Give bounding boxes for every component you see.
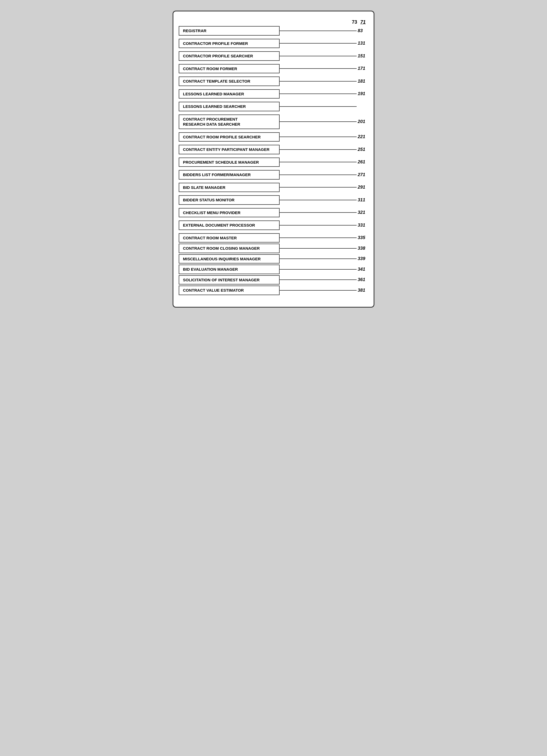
- connector-line: [279, 290, 356, 291]
- module-box: PROCUREMENT SCHEDULE MANAGER: [179, 158, 279, 167]
- module-box: EXTERNAL DOCUMENT PROCESSOR: [179, 220, 279, 230]
- module-box: SOLICITATION OF INTEREST MANAGER: [179, 275, 279, 285]
- module-row: CONTRACT PROCUREMENT RESEARCH DATA SEARC…: [179, 114, 368, 129]
- module-row: CONTRACT TEMPLATE SELECTOR181: [179, 77, 368, 86]
- connector-line: [279, 31, 356, 31]
- ref-number: 271: [356, 172, 368, 177]
- ref-label-71: 71: [360, 19, 366, 25]
- module-box: LESSONS LEARNED SEARCHER: [179, 102, 279, 111]
- module-box: BIDDERS LIST FORMER/MANAGER: [179, 170, 279, 180]
- connector-line: [279, 121, 356, 122]
- ref-number: 83: [356, 28, 368, 33]
- module-box: LESSONS LEARNED MANAGER: [179, 89, 279, 99]
- module-box: CONTRACT ROOM CLOSING MANAGER: [179, 244, 279, 253]
- connector-line: [279, 149, 356, 150]
- ref-number: 331: [356, 223, 368, 228]
- module-row: CONTRACT ROOM CLOSING MANAGER338: [179, 244, 368, 253]
- module-row: CONTRACT ROOM MASTER335: [179, 233, 368, 243]
- module-row: CONTRACTOR PROFILE FORMER131: [179, 39, 368, 48]
- module-row: CONTRACT VALUE ESTIMATOR381: [179, 286, 368, 295]
- ref-number: 131: [356, 41, 368, 46]
- connector-line: [279, 225, 356, 226]
- module-row: REGISTRAR83: [179, 26, 368, 36]
- connector-line: [279, 94, 356, 94]
- module-box: CONTRACT PROCUREMENT RESEARCH DATA SEARC…: [179, 114, 279, 129]
- module-row: PROCUREMENT SCHEDULE MANAGER261: [179, 158, 368, 167]
- connector-line: [279, 56, 356, 56]
- module-box: BID EVALUATION MANAGER: [179, 265, 279, 274]
- module-row: MISCELLANEOUS INQUIRIES MANAGER339: [179, 254, 368, 264]
- ref-number: 201: [356, 119, 368, 124]
- connector-line: [279, 200, 356, 200]
- connector-line: [279, 106, 356, 107]
- module-row: CONTRACT ENTITY PARTICIPANT MANAGER251: [179, 145, 368, 154]
- diagram-container: 73 71 REGISTRAR83CONTRACTOR PROFILE FORM…: [173, 11, 374, 308]
- top-ref-labels: 73 71: [179, 19, 368, 25]
- module-row: LESSONS LEARNED MANAGER191: [179, 89, 368, 99]
- connector-line: [279, 248, 356, 249]
- ref-number: 339: [356, 256, 368, 261]
- connector-line: [279, 269, 356, 270]
- ref-number: 181: [356, 79, 368, 84]
- ref-number: 381: [356, 288, 368, 293]
- ref-number: 171: [356, 66, 368, 71]
- module-box: BID SLATE MANAGER: [179, 183, 279, 192]
- ref-number: 338: [356, 246, 368, 251]
- module-box: BIDDER STATUS MONITOR: [179, 195, 279, 205]
- module-box: CONTRACT ROOM FORMER: [179, 64, 279, 74]
- connector-line: [279, 258, 356, 259]
- connector-line: [279, 237, 356, 238]
- module-row: CHECKLIST MENU PROVIDER321: [179, 208, 368, 218]
- module-box: CONTRACT ROOM MASTER: [179, 233, 279, 243]
- module-box: CONTRACTOR PROFILE FORMER: [179, 39, 279, 48]
- module-row: BIDDER STATUS MONITOR311: [179, 195, 368, 205]
- ref-number: 291: [356, 185, 368, 190]
- module-row: CONTRACT ROOM PROFILE SEARCHER221: [179, 132, 368, 142]
- module-box: CONTRACT ROOM PROFILE SEARCHER: [179, 132, 279, 142]
- module-box: CONTRACT ENTITY PARTICIPANT MANAGER: [179, 145, 279, 154]
- ref-number: 261: [356, 159, 368, 165]
- module-row: EXTERNAL DOCUMENT PROCESSOR331: [179, 220, 368, 230]
- module-row: BID SLATE MANAGER291: [179, 183, 368, 192]
- module-box: CHECKLIST MENU PROVIDER: [179, 208, 279, 218]
- ref-number: 321: [356, 210, 368, 215]
- module-box: CONTRACTOR PROFILE SEARCHER: [179, 51, 279, 61]
- module-box: CONTRACT TEMPLATE SELECTOR: [179, 77, 279, 86]
- connector-line: [279, 137, 356, 137]
- ref-number: 221: [356, 134, 368, 139]
- ref-number: 191: [356, 91, 368, 96]
- module-row: BIDDERS LIST FORMER/MANAGER271: [179, 170, 368, 180]
- connector-line: [279, 212, 356, 213]
- ref-number: 151: [356, 53, 368, 59]
- connector-line: [279, 68, 356, 69]
- connector-line: [279, 43, 356, 44]
- connector-line: [279, 279, 356, 280]
- module-row: BID EVALUATION MANAGER341: [179, 265, 368, 274]
- ref-number: 335: [356, 235, 368, 240]
- ref-number: 341: [356, 267, 368, 272]
- module-box: MISCELLANEOUS INQUIRIES MANAGER: [179, 254, 279, 264]
- module-box: REGISTRAR: [179, 26, 279, 36]
- ref-number: 311: [356, 197, 368, 203]
- modules-list: REGISTRAR83CONTRACTOR PROFILE FORMER131C…: [179, 26, 368, 296]
- connector-line: [279, 162, 356, 162]
- ref-number: 361: [356, 277, 368, 282]
- connector-line: [279, 187, 356, 188]
- module-row: CONTRACT ROOM FORMER171: [179, 64, 368, 74]
- ref-number: 251: [356, 147, 368, 152]
- module-box: CONTRACT VALUE ESTIMATOR: [179, 286, 279, 295]
- ref-label-73: 73: [352, 19, 357, 25]
- connector-line: [279, 81, 356, 82]
- module-row: SOLICITATION OF INTEREST MANAGER361: [179, 275, 368, 285]
- module-row: LESSONS LEARNED SEARCHER: [179, 102, 368, 111]
- connector-line: [279, 175, 356, 175]
- module-row: CONTRACTOR PROFILE SEARCHER151: [179, 51, 368, 61]
